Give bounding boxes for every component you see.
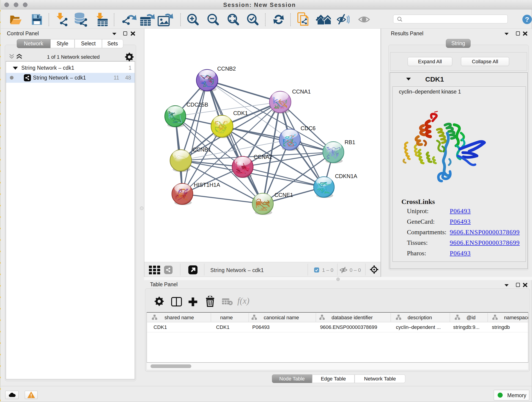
- svg-text:CCNB2: CCNB2: [217, 65, 236, 72]
- svg-text:HIST1H1A: HIST1H1A: [194, 182, 220, 188]
- svg-text:CCNA1: CCNA1: [292, 89, 311, 95]
- svg-text:CCNE1: CCNE1: [274, 192, 293, 198]
- svg-text:CDC6: CDC6: [301, 125, 316, 131]
- svg-text:CDK1: CDK1: [233, 110, 248, 116]
- svg-text:CDC25B: CDC25B: [186, 102, 208, 108]
- svg-text:CDKN1A: CDKN1A: [335, 173, 357, 179]
- svg-text:RB1: RB1: [345, 139, 355, 145]
- svg-text:CCNA2: CCNA2: [254, 154, 272, 160]
- svg-text:CCNB1: CCNB1: [192, 147, 211, 153]
